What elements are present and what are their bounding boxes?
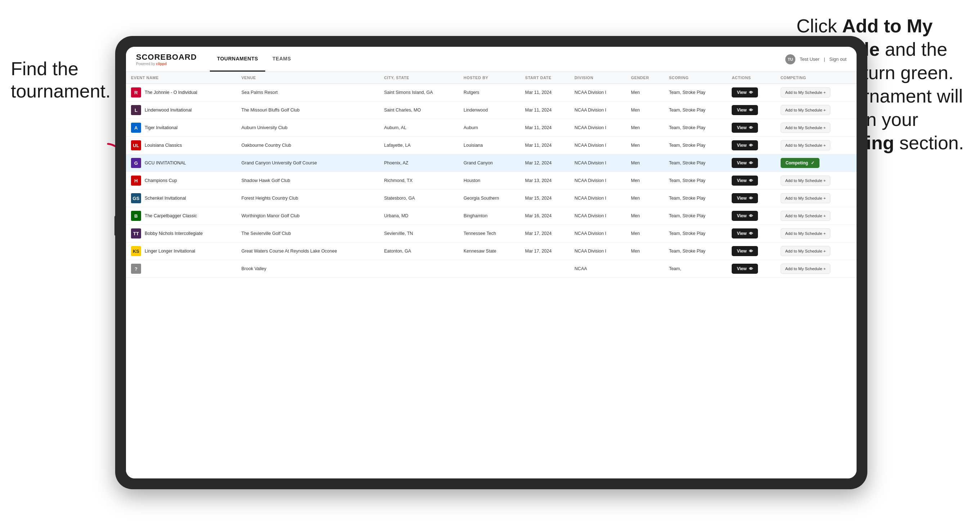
competing-cell: Add to My Schedule + bbox=[776, 119, 857, 137]
team-logo: A bbox=[131, 123, 141, 133]
team-logo: H bbox=[131, 176, 141, 186]
event-name-cell: KS Linger Longer Invitational bbox=[126, 243, 237, 260]
separator: | bbox=[824, 57, 825, 62]
venue-cell: Sea Palms Resort bbox=[237, 84, 379, 102]
event-name-cell: ? bbox=[126, 260, 237, 278]
eye-icon: 👁 bbox=[749, 231, 753, 236]
scoring-cell: Team, Stroke Play bbox=[664, 102, 727, 119]
competing-button[interactable]: Competing ✓ bbox=[781, 158, 820, 168]
view-button[interactable]: View 👁 bbox=[732, 264, 757, 274]
hosted-by-cell: Georgia Southern bbox=[458, 190, 520, 207]
table-row: G GCU INVITATIONAL Grand Canyon Universi… bbox=[126, 154, 857, 172]
city-state-cell: Sevierville, TN bbox=[379, 225, 458, 243]
view-button[interactable]: View 👁 bbox=[732, 105, 757, 115]
competing-cell: Add to My Schedule + bbox=[776, 102, 857, 119]
add-to-schedule-button[interactable]: Add to My Schedule + bbox=[781, 176, 830, 186]
actions-cell: View 👁 bbox=[727, 84, 775, 102]
logo-powered: Powered by clippd bbox=[136, 62, 197, 66]
start-date-cell: Mar 13, 2024 bbox=[520, 172, 570, 190]
scoring-cell: Team, Stroke Play bbox=[664, 84, 727, 102]
competing-cell: Add to My Schedule + bbox=[776, 137, 857, 154]
event-name-cell: TT Bobby Nichols Intercollegiate bbox=[126, 225, 237, 243]
event-name-cell: G GCU INVITATIONAL bbox=[126, 154, 237, 172]
table-row: L Lindenwood Invitational The Missouri B… bbox=[126, 102, 857, 119]
division-cell: NCAA Division I bbox=[570, 225, 626, 243]
venue-cell: The Missouri Bluffs Golf Club bbox=[237, 102, 379, 119]
user-avatar: TU bbox=[785, 54, 795, 64]
event-name-cell: H Champions Cup bbox=[126, 172, 237, 190]
view-button[interactable]: View 👁 bbox=[732, 176, 757, 186]
hosted-by-cell: Grand Canyon bbox=[458, 154, 520, 172]
logo-scoreboard: SCOREBOARD bbox=[136, 52, 197, 62]
col-scoring: SCORING bbox=[664, 72, 727, 84]
start-date-cell: Mar 17, 2024 bbox=[520, 225, 570, 243]
eye-icon: 👁 bbox=[749, 267, 753, 271]
app-header: SCOREBOARD Powered by clippd TOURNAMENTS… bbox=[126, 47, 857, 72]
event-name-cell: A Tiger Invitational bbox=[126, 119, 237, 137]
actions-cell: View 👁 bbox=[727, 102, 775, 119]
event-name-text: GCU INVITATIONAL bbox=[145, 160, 186, 165]
event-name-text: Lindenwood Invitational bbox=[145, 108, 192, 113]
table-row: ? Brook ValleyNCAATeam,View 👁Add to My S… bbox=[126, 260, 857, 278]
city-state-cell bbox=[379, 260, 458, 278]
add-to-schedule-button[interactable]: Add to My Schedule + bbox=[781, 246, 830, 256]
view-button[interactable]: View 👁 bbox=[732, 229, 757, 238]
eye-icon: 👁 bbox=[749, 178, 753, 183]
view-button[interactable]: View 👁 bbox=[732, 158, 757, 168]
scoring-cell: Team, Stroke Play bbox=[664, 172, 727, 190]
event-name-text: Schenkel Invitational bbox=[145, 196, 186, 201]
hosted-by-cell: Binghamton bbox=[458, 207, 520, 225]
check-icon: ✓ bbox=[811, 160, 815, 165]
add-to-schedule-button[interactable]: Add to My Schedule + bbox=[781, 87, 830, 97]
add-to-schedule-button[interactable]: Add to My Schedule + bbox=[781, 229, 830, 238]
gender-cell: Men bbox=[626, 119, 663, 137]
start-date-cell: Mar 11, 2024 bbox=[520, 84, 570, 102]
view-button[interactable]: View 👁 bbox=[732, 246, 757, 256]
venue-cell: Oakbourne Country Club bbox=[237, 137, 379, 154]
add-to-schedule-button[interactable]: Add to My Schedule + bbox=[781, 140, 830, 150]
competing-cell: Add to My Schedule + bbox=[776, 190, 857, 207]
actions-cell: View 👁 bbox=[727, 225, 775, 243]
division-cell: NCAA Division I bbox=[570, 154, 626, 172]
add-to-schedule-button[interactable]: Add to My Schedule + bbox=[781, 211, 830, 221]
tab-tournaments[interactable]: TOURNAMENTS bbox=[210, 47, 265, 71]
competing-cell: Add to My Schedule + bbox=[776, 84, 857, 102]
gender-cell: Men bbox=[626, 154, 663, 172]
scoring-cell: Team, Stroke Play bbox=[664, 154, 727, 172]
team-logo: R bbox=[131, 87, 141, 97]
gender-cell: Men bbox=[626, 172, 663, 190]
gender-cell: Men bbox=[626, 102, 663, 119]
add-to-schedule-button[interactable]: Add to My Schedule + bbox=[781, 123, 830, 133]
add-to-schedule-button[interactable]: Add to My Schedule + bbox=[781, 264, 830, 274]
event-name-cell: L Lindenwood Invitational bbox=[126, 102, 237, 119]
view-button[interactable]: View 👁 bbox=[732, 140, 757, 150]
col-actions: ACTIONS bbox=[727, 72, 775, 84]
division-cell: NCAA Division I bbox=[570, 190, 626, 207]
table-row: TT Bobby Nichols Intercollegiate The Sev… bbox=[126, 225, 857, 243]
view-button[interactable]: View 👁 bbox=[732, 211, 757, 221]
view-button[interactable]: View 👁 bbox=[732, 123, 757, 133]
gender-cell: Men bbox=[626, 137, 663, 154]
view-button[interactable]: View 👁 bbox=[732, 87, 757, 97]
tablet-screen: SCOREBOARD Powered by clippd TOURNAMENTS… bbox=[126, 47, 857, 478]
scoring-cell: Team, Stroke Play bbox=[664, 190, 727, 207]
hosted-by-cell: Houston bbox=[458, 172, 520, 190]
add-to-schedule-button[interactable]: Add to My Schedule + bbox=[781, 193, 830, 203]
tab-teams[interactable]: TEAMS bbox=[265, 47, 298, 71]
gender-cell: Men bbox=[626, 243, 663, 260]
actions-cell: View 👁 bbox=[727, 154, 775, 172]
hosted-by-cell: Tennessee Tech bbox=[458, 225, 520, 243]
tournaments-table-container: EVENT NAME VENUE CITY, STATE HOSTED BY S… bbox=[126, 72, 857, 478]
hosted-by-cell: Rutgers bbox=[458, 84, 520, 102]
view-button[interactable]: View 👁 bbox=[732, 193, 757, 203]
city-state-cell: Auburn, AL bbox=[379, 119, 458, 137]
venue-cell: Brook Valley bbox=[237, 260, 379, 278]
scoring-cell: Team, bbox=[664, 260, 727, 278]
add-to-schedule-button[interactable]: Add to My Schedule + bbox=[781, 105, 830, 115]
division-cell: NCAA Division I bbox=[570, 137, 626, 154]
city-state-cell: Statesboro, GA bbox=[379, 190, 458, 207]
start-date-cell: Mar 12, 2024 bbox=[520, 154, 570, 172]
competing-cell: Add to My Schedule + bbox=[776, 207, 857, 225]
competing-cell: Add to My Schedule + bbox=[776, 172, 857, 190]
sign-out-link[interactable]: Sign out bbox=[829, 57, 846, 62]
